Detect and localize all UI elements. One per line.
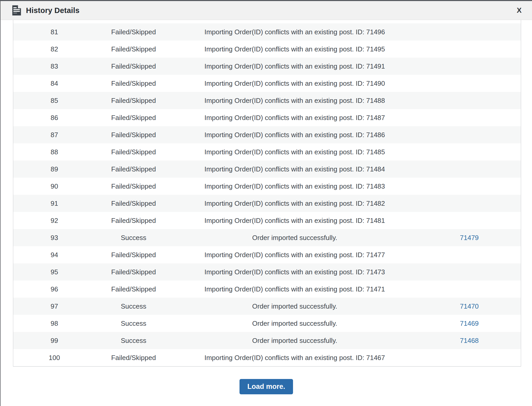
row-number-cell: 89 [13,165,96,173]
row-message-cell: Order imported successfully. [172,337,418,345]
row-status-cell: Success [96,337,172,345]
history-table: 81 Failed/Skipped Importing Order(ID) co… [13,20,521,367]
document-icon [12,5,21,16]
row-status-cell: Failed/Skipped [96,285,172,293]
row-message-cell: Importing Order(ID) conflicts with an ex… [172,354,418,362]
row-number-cell: 92 [13,217,96,225]
row-status-cell: Failed/Skipped [96,251,172,259]
row-number-cell: 91 [13,199,96,208]
row-status-cell: Failed/Skipped [96,268,172,276]
row-message-cell: Importing Order(ID) conflicts with an ex… [172,251,418,259]
row-message-cell: Importing Order(ID) conflicts with an ex… [172,217,418,225]
row-status-cell: Failed/Skipped [96,354,172,362]
row-number-cell: 88 [13,148,96,156]
table-row: 94 Failed/Skipped Importing Order(ID) co… [13,246,521,263]
row-status-cell: Failed/Skipped [96,217,172,225]
row-link-cell: 71469 [418,320,521,328]
table-row: 91 Failed/Skipped Importing Order(ID) co… [13,195,521,212]
row-message-cell: Importing Order(ID) conflicts with an ex… [172,131,418,139]
history-table-body: 81 Failed/Skipped Importing Order(ID) co… [13,23,521,366]
row-message-cell: Importing Order(ID) conflicts with an ex… [172,165,418,173]
row-number-cell: 94 [13,251,96,259]
row-number-cell: 87 [13,131,96,139]
row-number-cell: 85 [13,97,96,105]
row-link-cell: 71479 [418,234,521,242]
table-row: 84 Failed/Skipped Importing Order(ID) co… [13,75,521,92]
row-number-cell: 100 [13,354,96,362]
close-button[interactable]: X [514,6,524,15]
load-more-button[interactable]: Load more. [240,379,293,394]
row-number-cell: 84 [13,79,96,88]
modal-title: History Details [26,6,79,15]
order-link[interactable]: 71470 [460,302,479,310]
table-row: 92 Failed/Skipped Importing Order(ID) co… [13,212,521,229]
row-message-cell: Importing Order(ID) conflicts with an ex… [172,28,418,36]
row-message-cell: Order imported successfully. [172,302,418,310]
row-message-cell: Importing Order(ID) conflicts with an ex… [172,268,418,276]
row-status-cell: Failed/Skipped [96,199,172,208]
row-number-cell: 93 [13,234,96,242]
row-message-cell: Importing Order(ID) conflicts with an ex… [172,97,418,105]
table-row: 97 Success Order imported successfully. … [13,298,521,315]
row-number-cell: 90 [13,182,96,190]
table-row: 88 Failed/Skipped Importing Order(ID) co… [13,143,521,161]
row-message-cell: Importing Order(ID) conflicts with an ex… [172,114,418,122]
table-row: 85 Failed/Skipped Importing Order(ID) co… [13,92,521,109]
table-row: 93 Success Order imported successfully. … [13,229,521,246]
row-status-cell: Failed/Skipped [96,182,172,190]
row-message-cell: Importing Order(ID) conflicts with an ex… [172,79,418,88]
row-status-cell: Failed/Skipped [96,45,172,53]
partial-row-spacer [13,20,521,23]
row-link-cell: 71468 [418,337,521,345]
table-row: 99 Success Order imported successfully. … [13,332,521,349]
table-row: 89 Failed/Skipped Importing Order(ID) co… [13,161,521,178]
table-row: 90 Failed/Skipped Importing Order(ID) co… [13,178,521,195]
row-message-cell: Order imported successfully. [172,234,418,242]
row-message-cell: Importing Order(ID) conflicts with an ex… [172,62,418,70]
row-status-cell: Success [96,234,172,242]
row-number-cell: 82 [13,45,96,53]
row-message-cell: Importing Order(ID) conflicts with an ex… [172,285,418,293]
table-row: 98 Success Order imported successfully. … [13,315,521,332]
row-number-cell: 96 [13,285,96,293]
order-link[interactable]: 71479 [460,234,479,242]
row-number-cell: 98 [13,320,96,328]
table-row: 100 Failed/Skipped Importing Order(ID) c… [13,349,521,366]
row-status-cell: Success [96,320,172,328]
row-status-cell: Failed/Skipped [96,114,172,122]
row-status-cell: Success [96,302,172,310]
row-status-cell: Failed/Skipped [96,97,172,105]
table-row: 82 Failed/Skipped Importing Order(ID) co… [13,41,521,58]
modal-header: History Details X [1,1,532,20]
row-status-cell: Failed/Skipped [96,62,172,70]
row-status-cell: Failed/Skipped [96,131,172,139]
row-link-cell: 71470 [418,302,521,310]
order-link[interactable]: 71468 [460,337,479,344]
row-number-cell: 97 [13,302,96,310]
row-message-cell: Importing Order(ID) conflicts with an ex… [172,148,418,156]
row-status-cell: Failed/Skipped [96,165,172,173]
row-number-cell: 95 [13,268,96,276]
row-status-cell: Failed/Skipped [96,148,172,156]
row-number-cell: 81 [13,28,96,36]
modal-footer: Load more. [1,379,532,394]
row-number-cell: 99 [13,337,96,345]
row-status-cell: Failed/Skipped [96,79,172,88]
table-row: 96 Failed/Skipped Importing Order(ID) co… [13,281,521,298]
table-row: 95 Failed/Skipped Importing Order(ID) co… [13,263,521,281]
row-message-cell: Order imported successfully. [172,320,418,328]
row-number-cell: 83 [13,62,96,70]
table-row: 86 Failed/Skipped Importing Order(ID) co… [13,109,521,126]
history-details-modal: { "header": { "title": "History Details"… [0,0,532,406]
row-message-cell: Importing Order(ID) conflicts with an ex… [172,45,418,53]
table-row: 81 Failed/Skipped Importing Order(ID) co… [13,23,521,41]
row-message-cell: Importing Order(ID) conflicts with an ex… [172,199,418,208]
table-row: 83 Failed/Skipped Importing Order(ID) co… [13,58,521,75]
table-row: 87 Failed/Skipped Importing Order(ID) co… [13,126,521,143]
row-message-cell: Importing Order(ID) conflicts with an ex… [172,182,418,190]
row-number-cell: 86 [13,114,96,122]
order-link[interactable]: 71469 [460,320,479,327]
row-status-cell: Failed/Skipped [96,28,172,36]
